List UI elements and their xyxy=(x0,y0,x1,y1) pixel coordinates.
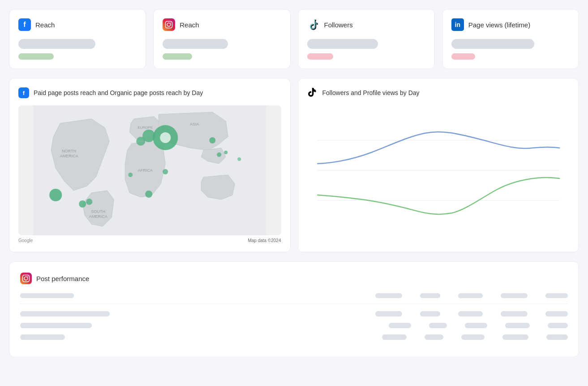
table-row xyxy=(20,334,568,340)
instagram-reach-card: Reach xyxy=(153,9,290,69)
svg-point-21 xyxy=(163,169,168,174)
linkedin-icon: in xyxy=(451,18,464,31)
row-metric-skeleton xyxy=(505,323,530,328)
facebook-icon-map: f xyxy=(18,87,29,98)
svg-point-30 xyxy=(24,277,28,280)
col-header-skeleton xyxy=(20,293,74,298)
value-skeleton xyxy=(18,39,95,49)
map-chart-title: Paid page posts reach and Organic page p… xyxy=(34,89,203,96)
table-col-metrics xyxy=(375,293,568,298)
row-metric-skeleton xyxy=(461,334,485,340)
value-skeleton xyxy=(451,39,534,49)
card-header: f Reach xyxy=(18,18,137,31)
svg-point-17 xyxy=(217,152,221,157)
row-metric-skeleton xyxy=(458,311,483,317)
chart-card-header: f Paid page posts reach and Organic page… xyxy=(18,87,281,98)
map-data-label: Map data ©2024 xyxy=(248,238,281,243)
col-header-skeleton xyxy=(501,293,528,298)
dashboard: f Reach Reach xyxy=(9,9,579,357)
tiktok-icon-chart xyxy=(307,87,318,98)
value-skeleton xyxy=(163,39,227,49)
row-metric-skeleton xyxy=(375,311,402,317)
card-header: in Page views (lifetime) xyxy=(451,18,570,31)
svg-text:AMERICA: AMERICA xyxy=(89,214,107,219)
svg-point-1 xyxy=(167,23,171,26)
col-header-skeleton xyxy=(458,293,483,298)
col-header-skeleton xyxy=(420,293,440,298)
world-map: NORTH AMERICA SOUTH AMERICA ASIA AFRICA … xyxy=(18,105,281,235)
middle-section: f Paid page posts reach and Organic page… xyxy=(9,78,579,252)
google-label: Google xyxy=(18,238,33,243)
tiktok-icon: ♪ xyxy=(307,18,320,31)
row-metric-skeleton xyxy=(425,334,443,340)
row-post-skeleton xyxy=(20,311,110,317)
svg-point-25 xyxy=(237,157,241,161)
svg-point-20 xyxy=(86,199,92,205)
tiktok-chart-card: Followers and Profile views by Day xyxy=(298,78,579,252)
card-header: Reach xyxy=(163,18,281,31)
post-perf-header: Post performance xyxy=(20,273,568,284)
instagram-icon xyxy=(163,18,175,31)
row-metric-skeleton xyxy=(389,323,411,328)
linkedin-pageviews-card: in Page views (lifetime) xyxy=(442,9,579,69)
svg-point-31 xyxy=(27,276,28,277)
chart-card-header: Followers and Profile views by Day xyxy=(307,87,570,98)
post-perf-title: Post performance xyxy=(36,275,89,282)
table-header-row xyxy=(20,293,568,304)
facebook-reach-title: Reach xyxy=(35,21,55,29)
row-metric-skeleton xyxy=(465,323,487,328)
svg-rect-0 xyxy=(166,22,172,28)
linkedin-pageviews-title: Page views (lifetime) xyxy=(468,21,530,29)
change-skeleton xyxy=(163,53,192,60)
svg-point-18 xyxy=(224,151,227,154)
svg-point-24 xyxy=(49,189,62,201)
tiktok-followers-card: ♪ Followers xyxy=(298,9,435,69)
change-skeleton xyxy=(307,53,333,60)
facebook-reach-card: f Reach xyxy=(9,9,146,69)
col-header-skeleton xyxy=(545,293,568,298)
row-metric-skeleton xyxy=(502,334,528,340)
col-header-skeleton xyxy=(375,293,402,298)
card-header: ♪ Followers xyxy=(307,18,425,31)
instagram-reach-title: Reach xyxy=(180,21,199,29)
svg-point-23 xyxy=(145,191,152,198)
tiktok-chart-title: Followers and Profile views by Day xyxy=(322,89,420,96)
svg-rect-29 xyxy=(23,275,30,282)
svg-text:SOUTH: SOUTH xyxy=(91,209,106,214)
change-skeleton xyxy=(451,53,475,60)
svg-point-15 xyxy=(136,137,145,146)
change-skeleton xyxy=(18,53,54,60)
row-metric-skeleton xyxy=(546,334,568,340)
table-col-post xyxy=(20,293,375,298)
svg-text:NORTH: NORTH xyxy=(62,149,76,153)
row-metric-skeleton xyxy=(501,311,528,317)
row-metric-skeleton xyxy=(548,323,568,328)
svg-point-2 xyxy=(170,22,171,23)
map-label: Google Map data ©2024 xyxy=(18,238,281,243)
facebook-icon: f xyxy=(18,18,31,31)
svg-text:EUROPE: EUROPE xyxy=(137,126,153,130)
table-row xyxy=(20,323,568,328)
row-post-skeleton xyxy=(20,323,92,328)
post-performance-card: Post performance xyxy=(9,261,579,357)
line-chart xyxy=(307,105,570,235)
svg-point-22 xyxy=(128,173,133,177)
tiktok-followers-title: Followers xyxy=(324,21,353,29)
map-svg: NORTH AMERICA SOUTH AMERICA ASIA AFRICA … xyxy=(18,105,281,235)
value-skeleton xyxy=(307,39,378,49)
row-metric-skeleton xyxy=(382,334,407,340)
row-metric-skeleton xyxy=(545,311,568,317)
svg-text:AFRICA: AFRICA xyxy=(138,168,153,173)
row-metric-skeleton xyxy=(429,323,447,328)
svg-text:ASIA: ASIA xyxy=(190,122,199,126)
facebook-map-card: f Paid page posts reach and Organic page… xyxy=(9,78,291,252)
stat-cards-row: f Reach Reach xyxy=(9,9,579,69)
instagram-icon-post xyxy=(20,273,32,284)
svg-point-16 xyxy=(209,137,215,143)
line-chart-svg xyxy=(307,110,570,231)
row-post-skeleton xyxy=(20,334,65,340)
row-metric-skeleton xyxy=(420,311,440,317)
svg-point-19 xyxy=(79,200,86,208)
svg-text:AMERICA: AMERICA xyxy=(60,154,78,158)
svg-point-13 xyxy=(160,132,171,143)
